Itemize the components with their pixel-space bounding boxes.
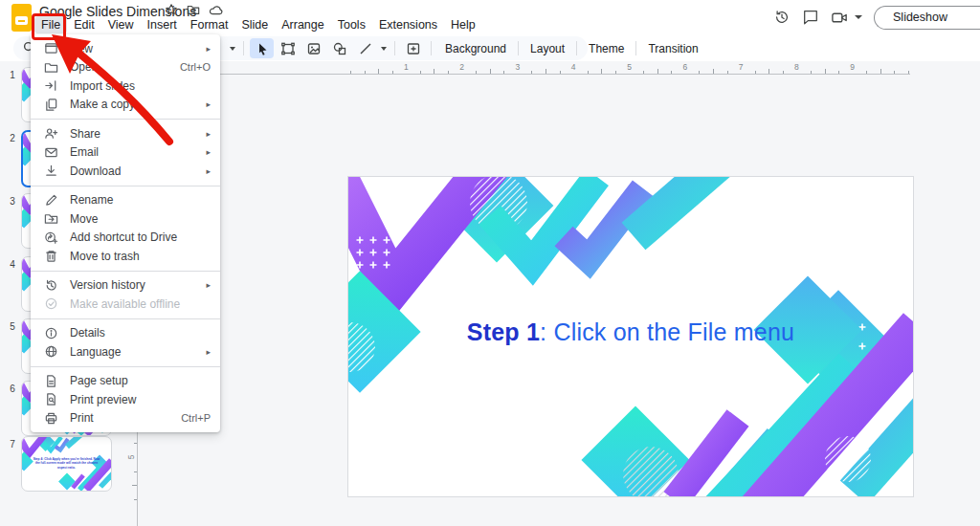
file-menu-item-language[interactable]: Language▸ (31, 342, 220, 362)
zoom-dropdown-caret-icon[interactable] (230, 47, 235, 51)
menubar-item-tools[interactable]: Tools (331, 16, 372, 33)
ruler-tick (448, 71, 449, 74)
file-menu-item-new[interactable]: New▸ (31, 39, 220, 58)
ruler-tick (671, 71, 672, 74)
email-icon (44, 145, 58, 160)
google-slides-app: 123456789 5 (0, 0, 980, 526)
ruler-number: 9 (850, 62, 855, 72)
file-menu-item-email[interactable]: Email▸ (31, 143, 220, 163)
ruler-tick (880, 69, 881, 74)
line-icon[interactable] (353, 38, 377, 58)
folder-move-icon (44, 211, 58, 226)
file-menu-item-make-a-copy[interactable]: Make a copy▸ (31, 96, 220, 115)
file-menu-item-share[interactable]: Share▸ (31, 124, 220, 143)
meet-camera-icon[interactable] (825, 9, 854, 27)
download-icon (44, 164, 58, 178)
menu-item-label: Page setup (70, 374, 211, 387)
toolbar-divider (394, 41, 395, 55)
version-history-icon (44, 278, 58, 293)
slide-title-rest: : Click on the File menu (540, 318, 794, 345)
insert-textbox-icon[interactable] (401, 38, 425, 58)
file-menu-item-open[interactable]: OpenCtrl+O (31, 58, 220, 77)
menu-item-shortcut: Ctrl+P (181, 412, 211, 424)
ruler-tick (643, 71, 644, 74)
file-menu-item-print-preview[interactable]: Print preview (31, 390, 220, 409)
slide-number: 3 (7, 196, 18, 207)
menubar-item-arrange[interactable]: Arrange (275, 16, 330, 33)
layout-button[interactable]: Layout (523, 39, 572, 58)
menubar-item-edit[interactable]: Edit (67, 16, 101, 33)
submenu-arrow-icon: ▸ (206, 347, 211, 357)
star-icon[interactable] (165, 3, 178, 17)
svg-text:aspect ratio.: aspect ratio. (57, 466, 76, 470)
menu-item-label: Print (70, 411, 181, 425)
slide-number: 6 (7, 384, 18, 394)
line-dropdown-caret-icon[interactable] (381, 47, 387, 51)
file-menu-item-rename[interactable]: Rename (31, 191, 220, 210)
new-presentation-icon (44, 41, 58, 55)
menubar-item-extensions[interactable]: Extensions (372, 16, 444, 33)
ruler-tick (588, 71, 589, 74)
file-menu-item-details[interactable]: Details (31, 324, 220, 343)
file-menu-item-add-shortcut-to-drive[interactable]: Add shortcut to Drive (31, 229, 220, 248)
slide-editor-page[interactable]: Step 1: Click on the File menu (347, 176, 914, 497)
ruler-tick (531, 71, 532, 74)
theme-button[interactable]: Theme (581, 39, 632, 58)
transition-button[interactable]: Transition (640, 39, 705, 58)
file-menu-item-download[interactable]: Download▸ (31, 162, 220, 181)
google-slides-logo-icon[interactable] (11, 4, 32, 32)
menubar-item-view[interactable]: View (101, 16, 141, 33)
folder-open-icon (44, 60, 58, 75)
cloud-check-icon[interactable] (209, 3, 223, 17)
ruler-tick (908, 71, 909, 74)
file-menu-item-page-setup[interactable]: Page setup (31, 372, 220, 391)
menubar-item-help[interactable]: Help (444, 16, 482, 33)
file-menu-item-version-history[interactable]: Version history▸ (31, 276, 220, 296)
slide-number: 2 (7, 133, 18, 143)
submenu-arrow-icon: ▸ (206, 147, 211, 157)
slide-title-text[interactable]: Step 1: Click on the File menu (348, 318, 913, 346)
background-button[interactable]: Background (437, 39, 514, 58)
toolbar-divider (576, 41, 577, 55)
ruler-tick (365, 71, 366, 74)
ruler-tick (783, 71, 784, 74)
menu-item-label: New (70, 42, 206, 55)
file-menu-item-move-to-trash[interactable]: Move to trash (31, 247, 220, 266)
file-menu-item-import-slides[interactable]: Import slides (31, 77, 220, 96)
svg-text:Step 4: Click Apply when you'r: Step 4: Click Apply when you're finished… (33, 457, 100, 461)
print-icon (44, 411, 58, 426)
menubar-item-slide[interactable]: Slide (234, 16, 275, 33)
comments-icon[interactable] (796, 9, 825, 26)
shape-icon[interactable] (327, 38, 351, 58)
ruler-tick (755, 71, 756, 74)
ruler-tick (866, 71, 867, 74)
menubar-item-insert[interactable]: Insert (141, 16, 184, 33)
slideshow-button[interactable]: Slideshow (874, 6, 980, 30)
person-add-icon (44, 126, 58, 141)
image-icon[interactable] (301, 38, 325, 58)
slide-number: 1 (7, 70, 18, 80)
ruler-number: 2 (459, 62, 464, 72)
menu-item-label: Download (70, 164, 206, 178)
menu-item-label: Language (70, 345, 206, 359)
offline-check-icon (44, 296, 58, 311)
file-menu-item-print[interactable]: PrintCtrl+P (31, 409, 220, 428)
ruler-tick (132, 485, 137, 486)
ruler-tick (476, 71, 477, 74)
ruler-number: 5 (127, 455, 137, 460)
move-folder-icon[interactable] (187, 3, 200, 17)
ruler-tick (134, 499, 137, 500)
menu-item-label: Add shortcut to Drive (70, 230, 211, 244)
menubar-item-format[interactable]: Format (184, 16, 235, 33)
textbox-frame-icon[interactable] (276, 38, 300, 58)
file-menu-item-move[interactable]: Move (31, 209, 220, 229)
ruler-tick (615, 71, 616, 74)
chevron-down-icon[interactable] (855, 15, 862, 19)
toolbar-divider (243, 41, 244, 55)
slide-thumbnail-7[interactable]: Step 4: Click Apply when you're finished… (21, 436, 112, 492)
select-cursor-icon[interactable] (250, 38, 274, 58)
ruler-tick (838, 71, 839, 74)
ruler-number: 8 (794, 62, 799, 72)
version-history-icon[interactable] (768, 9, 796, 26)
horizontal-ruler: 123456789 (139, 61, 910, 75)
